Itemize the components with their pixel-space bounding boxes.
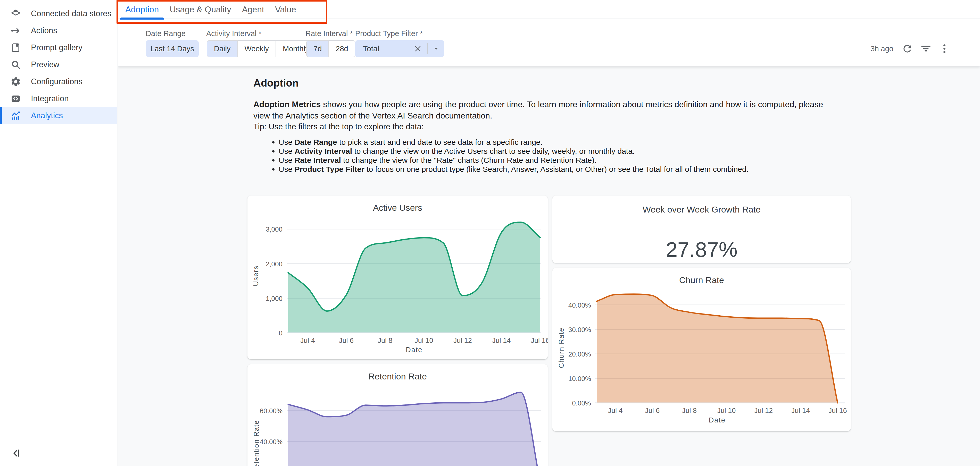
- retention-rate-card: 0.00%20.00%40.00%60.00%Jul 4Jul 6Jul 8Ju…: [247, 364, 548, 466]
- rate-28d-button[interactable]: 28d: [328, 41, 355, 57]
- filter-bar: Date Range Last 14 Days Activity Interva…: [118, 19, 980, 67]
- refresh-button[interactable]: [900, 41, 915, 56]
- chart-title: Active Users: [247, 203, 548, 213]
- svg-text:Jul 10: Jul 10: [717, 407, 736, 414]
- churn-rate-chart: 0.00%10.00%20.00%30.00%40.00%Jul 4Jul 6J…: [552, 268, 851, 431]
- svg-text:Jul 16: Jul 16: [829, 407, 847, 414]
- filter-bar-actions: 3h ago: [870, 40, 951, 57]
- svg-text:Jul 16: Jul 16: [531, 337, 548, 344]
- tip-heading: Tip: Use the filters at the top to explo…: [253, 122, 424, 132]
- rate-7d-button[interactable]: 7d: [307, 41, 328, 57]
- sidebar-nav: Connected data stores Actions Prompt gal…: [0, 5, 117, 124]
- arrow-right-icon: [10, 25, 21, 36]
- code-icon: [10, 93, 21, 104]
- product-type-filter-select[interactable]: Total: [355, 40, 444, 57]
- refresh-icon: [902, 43, 913, 54]
- tabs: Adoption Usage & Quality Agent Value: [120, 0, 302, 19]
- filter-list-icon: [920, 43, 932, 54]
- collapse-sidebar-button[interactable]: [9, 446, 23, 460]
- filter-button[interactable]: [919, 41, 933, 56]
- svg-text:60.00%: 60.00%: [260, 407, 283, 415]
- bookmark-book-icon: [10, 42, 21, 53]
- svg-text:2,000: 2,000: [266, 260, 283, 268]
- svg-text:Jul 8: Jul 8: [378, 337, 392, 344]
- sidebar-item-label: Integration: [31, 94, 69, 103]
- svg-text:Date: Date: [709, 416, 725, 424]
- sidebar-item-analytics[interactable]: Analytics: [0, 107, 117, 124]
- more-vert-icon: [939, 43, 950, 54]
- intro-paragraph: Adoption Metrics shows you how people ar…: [253, 99, 836, 121]
- svg-text:Jul 10: Jul 10: [414, 337, 433, 344]
- sidebar-item-label: Preview: [31, 60, 59, 69]
- svg-text:0.00%: 0.00%: [572, 399, 591, 407]
- tip-item: Use Activity Interval to change the view…: [278, 147, 749, 155]
- svg-text:Users: Users: [252, 265, 260, 286]
- rate-interval-label: Rate Interval *: [305, 29, 353, 38]
- stat-title: Week over Week Growth Rate: [552, 204, 851, 215]
- churn-rate-card: 0.00%10.00%20.00%30.00%40.00%Jul 4Jul 6J…: [552, 268, 851, 431]
- tip-item: Use Product Type Filter to focus on one …: [278, 165, 749, 174]
- svg-text:Jul 14: Jul 14: [492, 337, 511, 344]
- sidebar-item-connected-data-stores[interactable]: Connected data stores: [0, 5, 117, 22]
- svg-text:Jul 14: Jul 14: [791, 407, 810, 414]
- tab-adoption[interactable]: Adoption: [120, 0, 164, 19]
- date-range-label: Date Range: [146, 29, 186, 38]
- svg-text:Jul 4: Jul 4: [300, 337, 315, 344]
- more-options-button[interactable]: [937, 41, 951, 56]
- main-content: Adoption Adoption Metrics shows you how …: [118, 67, 980, 466]
- svg-text:0: 0: [279, 329, 283, 337]
- svg-text:10.00%: 10.00%: [568, 375, 591, 382]
- sidebar-item-label: Analytics: [31, 111, 63, 120]
- svg-text:3,000: 3,000: [266, 225, 283, 233]
- svg-text:20.00%: 20.00%: [568, 350, 591, 358]
- product-type-filter-label: Product Type Filter *: [355, 29, 423, 38]
- activity-interval-segmented: Daily Weekly Monthly: [207, 40, 316, 57]
- chart-title: Retention Rate: [247, 371, 548, 382]
- svg-text:1,000: 1,000: [266, 295, 283, 303]
- growth-rate-value: 27.87%: [552, 238, 851, 261]
- active-users-chart: 01,0002,0003,000Jul 4Jul 6Jul 8Jul 10Jul…: [247, 195, 548, 359]
- active-users-card: 01,0002,0003,000Jul 4Jul 6Jul 8Jul 10Jul…: [247, 195, 548, 359]
- tab-usage-quality[interactable]: Usage & Quality: [164, 0, 236, 19]
- collapse-panel-icon: [10, 447, 22, 459]
- sidebar-item-prompt-gallery[interactable]: Prompt gallery: [0, 39, 117, 56]
- last-refresh-text: 3h ago: [870, 44, 893, 53]
- rate-interval-segmented: 7d 28d: [306, 40, 355, 57]
- growth-rate-card: Week over Week Growth Rate 27.87%: [552, 195, 851, 263]
- svg-text:Jul 4: Jul 4: [608, 407, 622, 414]
- svg-text:40.00%: 40.00%: [568, 301, 591, 309]
- tab-label: Adoption: [125, 5, 159, 14]
- svg-text:Date: Date: [406, 346, 422, 354]
- sidebar-item-actions[interactable]: Actions: [0, 22, 117, 39]
- sidebar-item-preview[interactable]: Preview: [0, 56, 117, 73]
- activity-daily-button[interactable]: Daily: [207, 41, 237, 57]
- svg-text:Jul 12: Jul 12: [453, 337, 472, 344]
- date-range-button[interactable]: Last 14 Days: [146, 40, 199, 57]
- svg-text:Jul 12: Jul 12: [754, 407, 773, 414]
- active-tab-indicator: [120, 17, 164, 20]
- sidebar: Connected data stores Actions Prompt gal…: [0, 0, 118, 466]
- tab-agent[interactable]: Agent: [237, 0, 270, 19]
- analytics-chart-icon: [10, 110, 21, 121]
- svg-text:Jul 6: Jul 6: [645, 407, 660, 414]
- tab-bar: Adoption Usage & Quality Agent Value: [118, 0, 980, 19]
- clear-filter-icon[interactable]: [413, 44, 422, 53]
- date-range-value: Last 14 Days: [151, 44, 194, 53]
- page-title: Adoption: [253, 77, 299, 89]
- tab-label: Value: [275, 5, 296, 14]
- search-icon: [10, 59, 21, 70]
- activity-weekly-button[interactable]: Weekly: [237, 41, 275, 57]
- svg-text:Jul 6: Jul 6: [339, 337, 354, 344]
- activity-interval-label: Activity Interval *: [206, 29, 261, 38]
- tips-list: Use Date Range to pick a start and end d…: [270, 138, 749, 174]
- sidebar-item-integration[interactable]: Integration: [0, 90, 117, 107]
- chevron-down-icon[interactable]: [432, 44, 444, 53]
- product-type-value: Total: [363, 44, 413, 53]
- gear-icon: [10, 76, 21, 87]
- sidebar-item-configurations[interactable]: Configurations: [0, 73, 117, 90]
- tab-value[interactable]: Value: [270, 0, 302, 19]
- svg-text:Retention Rate: Retention Rate: [253, 420, 260, 466]
- tab-label: Usage & Quality: [170, 5, 231, 14]
- data-stores-icon: [10, 8, 21, 19]
- sidebar-item-label: Configurations: [31, 77, 83, 86]
